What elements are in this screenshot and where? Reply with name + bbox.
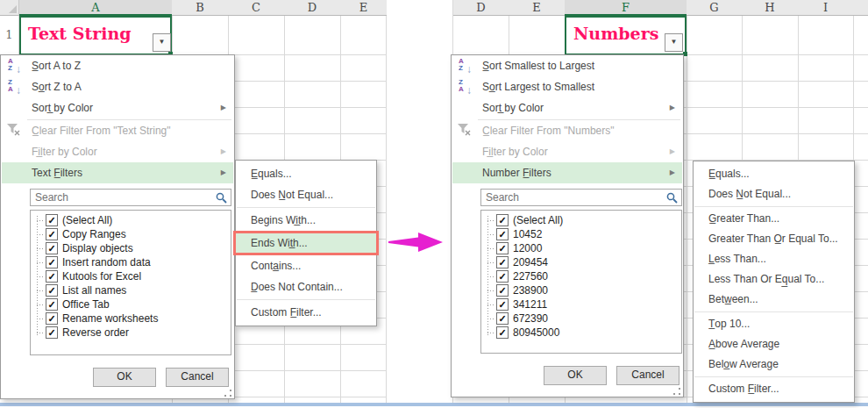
checkbox-checked-icon[interactable]: ✓	[46, 214, 58, 226]
column-header-E[interactable]: E	[340, 0, 387, 16]
submenu-arrow-icon: ▶	[670, 141, 675, 162]
submenu-item-between[interactable]: Betw̲een...	[694, 290, 854, 310]
cell-A1[interactable]: Text String	[19, 16, 172, 55]
submenu-item-greater-than-or-equal[interactable]: Greater Than O̲r Equal To...	[694, 229, 854, 249]
checkbox-checked-icon[interactable]: ✓	[496, 270, 509, 283]
list-item[interactable]: ✓Office Tab	[33, 297, 229, 311]
search-input[interactable]: Search	[480, 189, 682, 206]
submenu-item-greater-than[interactable]: G̲reater Than...	[694, 209, 854, 229]
checkbox-checked-icon[interactable]: ✓	[496, 284, 509, 297]
checkbox-checked-icon[interactable]: ✓	[46, 228, 58, 240]
submenu-item-contains[interactable]: Conta̲ins...	[236, 255, 376, 276]
menu-item-text-filters[interactable]: Text F̲ilters ▶	[2, 162, 233, 183]
submenu-item-less-than[interactable]: L̲ess Than...	[694, 249, 854, 269]
list-item[interactable]: ✓238900	[484, 283, 679, 297]
list-item[interactable]: ✓341211	[484, 297, 679, 311]
menu-item-number-filters[interactable]: Number F̲ilters ▶	[452, 162, 682, 183]
sort-az-icon: AZ↓	[456, 58, 479, 74]
menu-item-sort-z-to-a[interactable]: ZA↓ So̲rt Z to A	[2, 76, 233, 97]
ok-button[interactable]: OK	[93, 368, 156, 387]
list-item[interactable]: ✓209454	[484, 255, 679, 269]
cancel-button[interactable]: Cancel	[616, 366, 679, 385]
menu-item-clear-filter: C̲lear Filter From "Numbers"	[452, 120, 682, 141]
pointer-arrow-icon	[387, 226, 445, 258]
row-header-1[interactable]: 1	[0, 16, 19, 54]
checkbox-checked-icon[interactable]: ✓	[496, 326, 509, 339]
submenu-item-does-not-equal[interactable]: Does N̲ot Equal...	[236, 184, 376, 205]
list-item[interactable]: ✓Insert random data	[33, 255, 229, 269]
column-header-I[interactable]: I	[798, 0, 853, 16]
checkbox-checked-icon[interactable]: ✓	[46, 326, 58, 339]
checkbox-checked-icon[interactable]: ✓	[46, 284, 58, 297]
list-item[interactable]: ✓672390	[484, 311, 679, 326]
filter-dropdown-button[interactable]: ▼	[665, 33, 683, 52]
list-item[interactable]: ✓Display objects	[33, 241, 229, 255]
column-header-D[interactable]: D	[284, 0, 340, 16]
submenu-item-above-average[interactable]: A̲bove Average	[694, 334, 854, 354]
list-item[interactable]: ✓(Select All)	[484, 213, 679, 227]
filter-dropdown-button[interactable]: ▼	[153, 33, 171, 52]
search-placeholder: Search	[35, 190, 68, 205]
menu-item-sort-a-to-z[interactable]: AZ↓ S̲ort A to Z	[2, 55, 233, 76]
checkbox-checked-icon[interactable]: ✓	[46, 242, 58, 254]
column-header-B[interactable]: B	[172, 0, 228, 16]
checkbox-checked-icon[interactable]: ✓	[46, 256, 58, 268]
submenu-item-custom-filter[interactable]: Custom F̲ilter...	[236, 302, 376, 323]
search-input[interactable]: Search	[30, 189, 231, 206]
list-item[interactable]: ✓227560	[484, 269, 679, 283]
column-header-H[interactable]: H	[742, 0, 798, 16]
sort-az-icon: AZ↓	[5, 58, 28, 74]
filter-value-list[interactable]: ✓(Select All) ✓Copy Ranges ✓Display obje…	[30, 210, 231, 355]
checkbox-checked-icon[interactable]: ✓	[46, 312, 58, 325]
checkbox-checked-icon[interactable]: ✓	[496, 298, 509, 311]
list-item[interactable]: ✓Rename worksheets	[33, 311, 229, 326]
column-header-C[interactable]: C	[228, 0, 284, 16]
checkbox-checked-icon[interactable]: ✓	[46, 270, 58, 283]
list-item[interactable]: ✓List all names	[33, 283, 229, 297]
list-item[interactable]: ✓Copy Ranges	[33, 227, 229, 241]
menu-item-sort-by-color[interactable]: Sort̲ by Color ▶	[452, 97, 682, 118]
checkbox-checked-icon[interactable]: ✓	[496, 312, 509, 325]
submenu-item-does-not-contain[interactable]: D̲oes Not Contain...	[236, 276, 376, 297]
cancel-button[interactable]: Cancel	[166, 368, 229, 387]
column-header-D2[interactable]: D	[453, 0, 509, 16]
submenu-item-top-10[interactable]: T̲op 10...	[694, 314, 854, 334]
column-header-F[interactable]: F	[565, 0, 687, 16]
menu-item-sort-largest-to-smallest[interactable]: ZA↓ So̲rt Largest to Smallest	[452, 76, 682, 97]
submenu-item-does-not-equal[interactable]: Does N̲ot Equal...	[694, 184, 854, 204]
submenu-item-below-average[interactable]: Belo̲w Average	[694, 354, 854, 375]
checkbox-checked-icon[interactable]: ✓	[496, 228, 509, 240]
submenu-item-equals[interactable]: E̲quals...	[236, 163, 376, 184]
list-item[interactable]: ✓80945000	[484, 326, 679, 340]
menu-item-sort-by-color[interactable]: Sort̲ by Color ▶	[2, 97, 233, 118]
column-header-G[interactable]: G	[687, 0, 742, 16]
submenu-arrow-icon: ▶	[221, 97, 226, 118]
checkbox-checked-icon[interactable]: ✓	[496, 242, 509, 254]
submenu-item-ends-with-highlighted[interactable]: Ends Wit̲h...	[233, 231, 379, 255]
list-item[interactable]: ✓Kutools for Excel	[33, 269, 229, 283]
number-filter-menu: AZ↓ S̲ort Smallest to Largest ZA↓ So̲rt …	[451, 54, 684, 397]
list-item[interactable]: ✓12000	[484, 241, 679, 255]
search-icon	[216, 192, 227, 204]
menu-item-sort-smallest-to-largest[interactable]: AZ↓ S̲ort Smallest to Largest	[452, 55, 682, 76]
column-header-A[interactable]: A	[19, 0, 172, 16]
resize-grip-icon[interactable]	[672, 387, 680, 395]
menu-separator	[237, 207, 375, 208]
submenu-item-equals[interactable]: E̲quals...	[694, 164, 854, 184]
gridline	[386, 16, 387, 403]
submenu-item-less-than-or-equal[interactable]: Less Than Or Eq̲ual To...	[694, 269, 854, 290]
column-header-E2[interactable]: E	[509, 0, 565, 16]
checkbox-checked-icon[interactable]: ✓	[496, 214, 509, 226]
checkbox-checked-icon[interactable]: ✓	[46, 298, 58, 311]
list-item[interactable]: ✓10452	[484, 227, 679, 241]
column-header-partial	[853, 0, 868, 16]
resize-grip-icon[interactable]	[224, 389, 231, 397]
ok-button[interactable]: OK	[544, 366, 607, 385]
checkbox-checked-icon[interactable]: ✓	[496, 256, 509, 268]
list-item[interactable]: ✓Reverse order	[33, 326, 229, 340]
submenu-item-custom-filter[interactable]: Custom F̲ilter...	[694, 379, 854, 399]
select-all-corner[interactable]	[0, 0, 19, 16]
submenu-item-begins-with[interactable]: Begins Wi̲th...	[236, 210, 376, 231]
list-item[interactable]: ✓(Select All)	[33, 213, 229, 227]
filter-value-list[interactable]: ✓(Select All) ✓10452 ✓12000 ✓209454 ✓227…	[480, 210, 682, 354]
